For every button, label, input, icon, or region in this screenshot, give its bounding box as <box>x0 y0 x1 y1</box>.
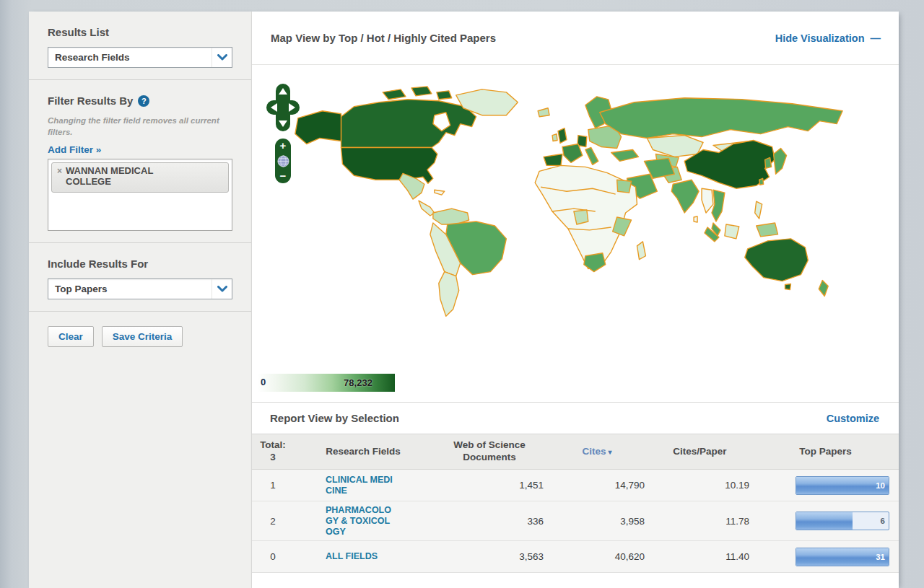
country-philippines[interactable] <box>755 201 762 219</box>
results-list-title: Results List <box>48 26 232 38</box>
sort-desc-icon: ▾ <box>608 448 611 456</box>
row-cites: 40,620 <box>546 551 648 562</box>
country-alaska[interactable] <box>295 111 341 144</box>
filter-results-title: Filter Results By ? <box>48 95 232 107</box>
column-header-top-papers[interactable]: Top Papers <box>752 446 899 458</box>
country-italy[interactable] <box>585 147 598 164</box>
country-india[interactable] <box>671 180 699 213</box>
country-australia[interactable] <box>745 239 808 281</box>
country-canada[interactable] <box>341 100 476 148</box>
country-argentina-chile[interactable] <box>439 272 459 317</box>
customize-link[interactable]: Customize <box>827 413 879 424</box>
country-ireland[interactable] <box>552 134 557 141</box>
country-iceland[interactable] <box>538 108 549 117</box>
country-myanmar[interactable] <box>702 188 713 213</box>
legend-max-value: 78,232 <box>344 377 372 388</box>
country-central-america[interactable] <box>419 201 435 216</box>
top-papers-value: 31 <box>876 553 885 561</box>
country-madagascar[interactable] <box>637 242 645 260</box>
country-korea[interactable] <box>765 157 772 168</box>
country-canada-islands[interactable] <box>411 87 432 96</box>
row-rank: 0 <box>252 551 294 562</box>
world-map[interactable] <box>253 71 871 368</box>
report-title: Report View by Selection <box>270 412 399 424</box>
include-results-section: Include Results For Top Papers <box>29 243 251 312</box>
country-indonesia-borneo[interactable] <box>725 224 739 239</box>
table-header-row: Total: 3 Research Fields Web of Science … <box>252 434 899 470</box>
top-papers-value: 6 <box>881 517 885 525</box>
row-documents: 3,563 <box>432 551 546 562</box>
visualization-header: Map View by Top / Hot / Highly Cited Pap… <box>252 12 899 65</box>
results-list-selected-value: Research Fields <box>55 52 130 63</box>
globe-icon[interactable] <box>277 155 289 167</box>
include-results-select[interactable]: Top Papers <box>48 278 232 299</box>
choropleth-legend: 0 78,232 <box>258 374 395 392</box>
country-thailand-vietnam[interactable] <box>712 190 725 221</box>
research-field-link[interactable]: CLINICAL MEDICINE <box>326 475 396 496</box>
research-field-link[interactable]: ALL FIELDS <box>326 551 396 562</box>
filter-results-section: Filter Results By ? Changing the filter … <box>29 80 251 243</box>
research-field-link[interactable]: PHARMACOLOGY & TOXICOLOGY <box>326 505 396 537</box>
country-egypt[interactable] <box>617 180 632 193</box>
clear-button[interactable]: Clear <box>48 326 94 347</box>
country-tasmania[interactable] <box>785 284 791 290</box>
country-new-guinea[interactable] <box>757 223 778 237</box>
top-papers-bar: 31 <box>796 548 889 566</box>
country-uk[interactable] <box>558 128 567 144</box>
report-section: Report View by Selection Customize Total… <box>252 402 899 573</box>
country-spain[interactable] <box>544 154 562 165</box>
table-row: 0 ALL FIELDS 3,563 40,620 11.40 31 <box>252 541 899 573</box>
country-usa[interactable] <box>341 147 437 183</box>
include-results-title: Include Results For <box>48 258 232 270</box>
top-papers-bar: 6 <box>796 512 889 530</box>
country-sri-lanka[interactable] <box>694 216 697 222</box>
filter-tag[interactable]: × WANNAN MEDICAL COLLEGE <box>51 162 229 193</box>
row-rank: 2 <box>252 516 294 527</box>
table-row: 2 PHARMACOLOGY & TOXICOLOGY 336 3,958 11… <box>252 501 899 541</box>
country-canada-islands[interactable] <box>383 89 406 100</box>
results-list-section: Results List Research Fields <box>29 12 251 80</box>
report-header: Report View by Selection Customize <box>252 403 899 434</box>
add-filter-link[interactable]: Add Filter » <box>48 144 101 155</box>
chevron-down-icon[interactable] <box>212 279 232 299</box>
map-pan-control[interactable] <box>266 84 300 131</box>
active-filters-listbox[interactable]: × WANNAN MEDICAL COLLEGE <box>48 159 232 231</box>
country-south-africa[interactable] <box>584 253 606 272</box>
country-cuba[interactable] <box>435 190 445 195</box>
include-results-selected-value: Top Papers <box>55 284 108 294</box>
country-taiwan[interactable] <box>759 178 764 185</box>
row-documents: 336 <box>432 516 546 527</box>
zoom-out-button[interactable]: − <box>280 171 287 181</box>
row-cites-per-paper: 11.78 <box>648 516 752 527</box>
legend-min-value: 0 <box>261 377 266 387</box>
top-papers-bar: 10 <box>796 476 889 495</box>
country-turkey[interactable] <box>611 149 639 161</box>
filter-hint-text: Changing the filter field removes all cu… <box>48 115 230 138</box>
country-colombia-venezuela[interactable] <box>433 209 469 224</box>
country-new-zealand[interactable] <box>819 281 828 297</box>
column-header-research-fields[interactable]: Research Fields <box>294 446 432 458</box>
hide-visualization-link[interactable]: Hide Visualization — <box>775 32 880 44</box>
country-russia[interactable] <box>600 98 842 139</box>
column-header-documents[interactable]: Web of Science Documents <box>432 439 546 464</box>
save-criteria-button[interactable]: Save Criteria <box>102 326 183 347</box>
chevron-down-icon[interactable] <box>212 48 232 67</box>
country-france[interactable] <box>562 144 583 163</box>
filter-tag-label: WANNAN MEDICAL COLLEGE <box>66 166 174 188</box>
map-view-title: Map View by Top / Hot / Highly Cited Pap… <box>271 32 496 44</box>
help-icon[interactable]: ? <box>138 95 149 107</box>
map-zoom-control[interactable]: + − <box>275 139 291 183</box>
country-canada-islands[interactable] <box>437 91 452 100</box>
filter-sidebar: Results List Research Fields Filter Resu… <box>29 12 252 588</box>
country-nigeria[interactable] <box>574 210 588 224</box>
country-japan[interactable] <box>774 148 787 174</box>
zoom-in-button[interactable]: + <box>280 141 287 151</box>
results-list-select[interactable]: Research Fields <box>48 47 232 68</box>
criteria-actions-section: Clear Save Criteria <box>29 312 251 359</box>
main-content: Map View by Top / Hot / Highly Cited Pap… <box>252 12 899 588</box>
row-cites: 3,958 <box>546 516 648 527</box>
remove-filter-icon[interactable]: × <box>57 166 62 176</box>
column-header-cites-sorted[interactable]: Cites▾ <box>546 446 648 458</box>
column-header-total: Total: 3 <box>252 439 294 464</box>
column-header-cites-per-paper[interactable]: Cites/Paper <box>648 446 752 458</box>
